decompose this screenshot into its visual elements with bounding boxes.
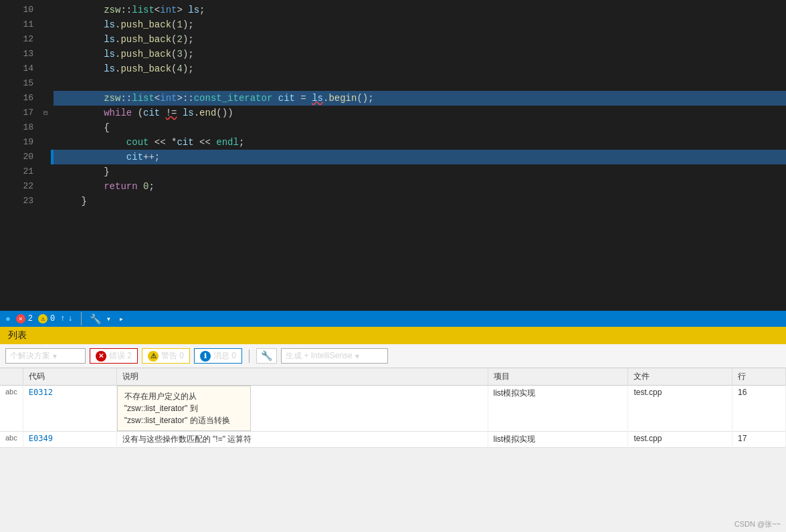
code-editor[interactable]: 10 11 12 13 14 15 16 17 18 19 20 21 22 2… [0, 0, 786, 311]
col-header-file[interactable]: 文件 [628, 368, 732, 386]
code-line-14: ls.push_back(4); [54, 61, 786, 76]
error-tooltip: 不存在用户定义的从 "zsw::list_iterator" 到 "zsw::l… [117, 386, 251, 431]
ln-11: 11 [7, 17, 33, 32]
table-row[interactable]: abc E0349 没有与这些操作数匹配的 "!=" 运算符 list模拟实现 … [0, 432, 786, 448]
watermark-text: CSDN @张~~ [734, 520, 781, 528]
status-error-count: ✕ 2 [16, 314, 33, 323]
col-header-code[interactable]: 代码 [23, 368, 116, 386]
error-panel-title-text: 列表 [8, 329, 27, 340]
code-line-21: } [54, 164, 786, 179]
wrench-icon[interactable]: 🔧 [90, 313, 101, 325]
tooltip-text: 不存在用户定义的从 "zsw::list_iterator" 到 "zsw::l… [124, 392, 230, 425]
gutter: ⊟ [40, 0, 51, 311]
error-filter-btn[interactable]: ✕ 错误 2 [90, 348, 138, 364]
col-header-line[interactable]: 行 [732, 368, 785, 386]
ln-12: 12 [7, 32, 33, 47]
error-file-cell-2: test.cpp [628, 432, 732, 448]
code-line-15 [54, 76, 786, 91]
code-line-16: zsw::list<int>::const_iterator cit = ls.… [54, 91, 786, 106]
build-dropdown[interactable]: 生成 + IntelliSense ▾ [281, 348, 388, 364]
error-count-label: 2 [28, 314, 33, 323]
status-circle-icon: ● [5, 314, 11, 324]
nav-down-arrow[interactable]: ↓ [68, 314, 72, 323]
code-line-13: ls.push_back(3); [54, 47, 786, 61]
code-line-10: zsw::list<int> ls; [54, 3, 786, 17]
ln-22: 22 [7, 179, 33, 194]
error-filter-label: 错误 2 [109, 350, 132, 362]
solution-label: 个解决方案 [10, 350, 50, 362]
table-header-row: 代码 说明 项目 文件 行 [0, 368, 786, 386]
error-code-cell: E0312 [23, 386, 116, 432]
ln-19: 19 [7, 135, 33, 150]
ln-23: 23 [7, 194, 33, 209]
info-filter-btn[interactable]: ℹ 消息 0 [194, 348, 242, 364]
error-desc-cell: 不存在用户定义的从 "zsw::list_iterator" 到 "zsw::l… [116, 386, 488, 432]
info-filter-label: 消息 0 [213, 350, 236, 362]
status-right-arrow[interactable]: ▸ [119, 314, 124, 324]
info-filter-icon: ℹ [200, 351, 211, 362]
status-warning-count: ⚠ 0 [38, 314, 55, 323]
ln-16: 16 [7, 91, 33, 106]
error-table-container: 代码 说明 项目 文件 行 abc E0312 [0, 368, 786, 523]
error-type-cell: abc [0, 386, 23, 432]
status-dropdown-arrow[interactable]: ▾ [106, 314, 111, 324]
csdn-watermark: CSDN @张~~ [734, 519, 781, 529]
code-line-19: cout << *cit << endl; [54, 135, 786, 150]
build-label: 生成 + IntelliSense [286, 350, 353, 362]
error-circle: ✕ [16, 314, 25, 323]
error-filter-icon: ✕ [96, 351, 106, 362]
toolbar-wrench-btn[interactable]: 🔧 [256, 348, 277, 364]
build-dropdown-arrow: ▾ [355, 352, 359, 361]
error-line-cell: 16 [732, 386, 785, 432]
solution-dropdown[interactable]: 个解决方案 ▾ [5, 348, 86, 364]
error-project-cell-2: list模拟实现 [488, 432, 628, 448]
error-code-value-2: E0349 [29, 434, 53, 443]
warning-count-label: 0 [50, 314, 55, 323]
error-type-cell-2: abc [0, 432, 23, 448]
status-divider [81, 312, 82, 325]
ln-14: 14 [7, 61, 33, 76]
toolbar-wrench-icon: 🔧 [261, 350, 272, 362]
toolbar-divider [249, 350, 250, 363]
col-header-empty [0, 368, 23, 386]
code-line-22: return 0; [54, 179, 786, 194]
warning-filter-icon: ⚠ [148, 351, 159, 362]
error-table: 代码 说明 项目 文件 行 abc E0312 [0, 368, 786, 448]
ln-15: 15 [7, 76, 33, 91]
col-header-desc[interactable]: 说明 [116, 368, 488, 386]
error-desc-cell-2: 没有与这些操作数匹配的 "!=" 运算符 [116, 432, 488, 448]
ln-10: 10 [7, 3, 33, 17]
error-file-cell: test.cpp [628, 386, 732, 432]
status-bar: ● ✕ 2 ⚠ 0 ↑ ↓ 🔧 ▾ ▸ [0, 311, 786, 327]
line-numbers: 10 11 12 13 14 15 16 17 18 19 20 21 22 2… [0, 0, 40, 311]
col-header-project[interactable]: 项目 [488, 368, 628, 386]
error-panel-toolbar: 个解决方案 ▾ ✕ 错误 2 ⚠ 警告 0 ℹ 消息 0 🔧 生成 + Inte… [0, 344, 786, 368]
code-line-20: cit++; [54, 150, 786, 164]
error-panel-title: 列表 [0, 327, 786, 344]
error-line-cell-2: 17 [732, 432, 785, 448]
code-line-17: while (cit != ls.end()) [54, 106, 786, 120]
ln-17: 17 [7, 106, 33, 120]
ln-20: 20 [7, 150, 33, 164]
error-code-cell-2: E0349 [23, 432, 116, 448]
warning-filter-label: 警告 0 [161, 350, 184, 362]
ln-13: 13 [7, 47, 33, 61]
code-lines: zsw::list<int> ls; ls.push_back(1); ls.p… [54, 0, 786, 311]
code-line-23: } [54, 194, 786, 209]
code-line-11: ls.push_back(1); [54, 17, 786, 32]
collapse-icon-17[interactable]: ⊟ [43, 109, 47, 117]
nav-up-arrow[interactable]: ↑ [60, 314, 65, 323]
ln-21: 21 [7, 164, 33, 179]
code-line-18: { [54, 120, 786, 135]
solution-dropdown-arrow: ▾ [53, 352, 57, 361]
error-panel: 列表 个解决方案 ▾ ✕ 错误 2 ⚠ 警告 0 ℹ 消息 0 🔧 [0, 327, 786, 532]
error-project-cell: list模拟实现 [488, 386, 628, 432]
ln-18: 18 [7, 120, 33, 135]
status-nav-arrows: ↑ ↓ [60, 314, 72, 323]
status-errors: ● [5, 314, 11, 324]
table-row[interactable]: abc E0312 不存在用户定义的从 "zsw::list_iterator"… [0, 386, 786, 432]
warning-circle: ⚠ [38, 314, 47, 323]
code-line-12: ls.push_back(2); [54, 32, 786, 47]
error-code-value: E0312 [29, 388, 53, 397]
warning-filter-btn[interactable]: ⚠ 警告 0 [142, 348, 190, 364]
